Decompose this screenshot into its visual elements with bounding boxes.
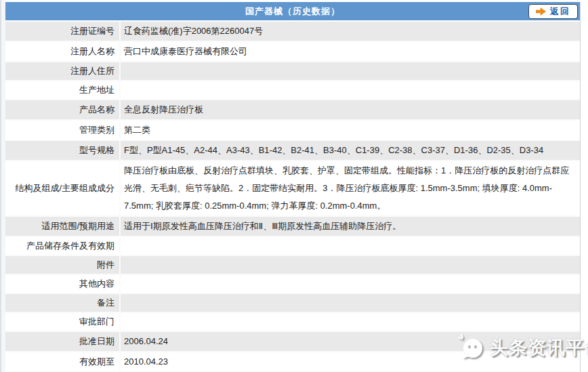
table-row: 结构及组成/主要组成成分 降压治疗板由底板、反射治疗点群填块、乳胶套、护罩、固定…: [5, 161, 580, 217]
row-value: 降压治疗板由底板、反射治疗点群填块、乳胶套、护罩、固定带组成。性能指标：1．降压…: [121, 161, 580, 215]
row-label: 审批部门: [5, 313, 121, 331]
table-row: 附件: [5, 256, 580, 275]
row-value: [121, 294, 580, 312]
row-label: 产品名称: [5, 100, 121, 119]
row-value: 适用于Ⅰ期原发性高血压降压治疗和Ⅱ、Ⅲ期原发性高血压辅助降压治疗。: [121, 217, 580, 236]
table-row: 适用范围/预期用途 适用于Ⅰ期原发性高血压降压治疗和Ⅱ、Ⅲ期原发性高血压辅助降压…: [5, 217, 580, 237]
row-label: 型号规格: [5, 141, 121, 160]
row-label: 注册人住所: [5, 62, 121, 80]
table-row: 审批部门: [5, 313, 580, 332]
row-value: F型、P型A1-45、A2-44、A3-43、B1-42、B2-41、B3-40…: [121, 141, 580, 160]
row-value: 2006.04.24: [121, 332, 580, 351]
row-label: 产品储存条件及有效期: [5, 237, 121, 255]
back-button[interactable]: 返回: [528, 4, 578, 19]
page-title: 国产器械（历史数据）: [245, 6, 340, 16]
row-value: 第二类: [121, 121, 580, 140]
row-value: 营口中成康泰医疗器械有限公司: [121, 42, 580, 61]
row-value: 全息反射降压治疗板: [121, 100, 580, 119]
table-row: 有效期至 2010.04.23: [5, 352, 580, 372]
table-row: 型号规格 F型、P型A1-45、A2-44、A3-43、B1-42、B2-41、…: [5, 141, 580, 161]
info-table: 注册证编号 辽食药监械(准)字2006第2260047号 注册人名称 营口中成康…: [5, 22, 580, 372]
table-row: 管理类别 第二类: [5, 121, 580, 141]
row-label: 其他内容: [5, 275, 121, 293]
table-row: 备注: [5, 294, 580, 313]
page-left-margin: [0, 0, 5, 372]
table-row: 产品储存条件及有效期: [5, 237, 580, 256]
table-row: 其他内容: [5, 275, 580, 294]
row-value: [121, 275, 580, 293]
table-row: 注册人住所: [5, 62, 580, 81]
row-label: 批准日期: [5, 332, 121, 351]
row-value: [121, 81, 580, 99]
row-value: [121, 237, 580, 255]
header-bar: 国产器械（历史数据） 返回: [5, 2, 580, 20]
back-button-label: 返回: [550, 5, 570, 18]
table-row: 注册证编号 辽食药监械(准)字2006第2260047号: [5, 22, 580, 42]
device-detail-page: 国产器械（历史数据） 返回 注册证编号 辽食药监械(准)字2006第226004…: [5, 2, 581, 372]
table-row: 批准日期 2006.04.24: [5, 332, 580, 352]
row-label: 生产地址: [5, 81, 121, 99]
row-label: 备注: [5, 294, 121, 312]
row-value: 2010.04.23: [121, 352, 580, 371]
table-row: 生产地址: [5, 81, 580, 100]
row-value: [121, 313, 580, 331]
row-label: 适用范围/预期用途: [5, 217, 121, 236]
table-row: 注册人名称 营口中成康泰医疗器械有限公司: [5, 42, 580, 62]
table-row: 产品名称 全息反射降压治疗板: [5, 100, 580, 121]
row-value: 辽食药监械(准)字2006第2260047号: [121, 22, 580, 41]
row-label: 注册证编号: [5, 22, 121, 41]
row-label: 结构及组成/主要组成成分: [5, 161, 121, 215]
row-label: 有效期至: [5, 352, 121, 371]
back-arrow-icon: [536, 7, 546, 16]
row-label: 注册人名称: [5, 42, 121, 61]
row-value: [121, 256, 580, 274]
row-label: 附件: [5, 256, 121, 274]
row-label: 管理类别: [5, 121, 121, 140]
row-value: [121, 62, 580, 80]
